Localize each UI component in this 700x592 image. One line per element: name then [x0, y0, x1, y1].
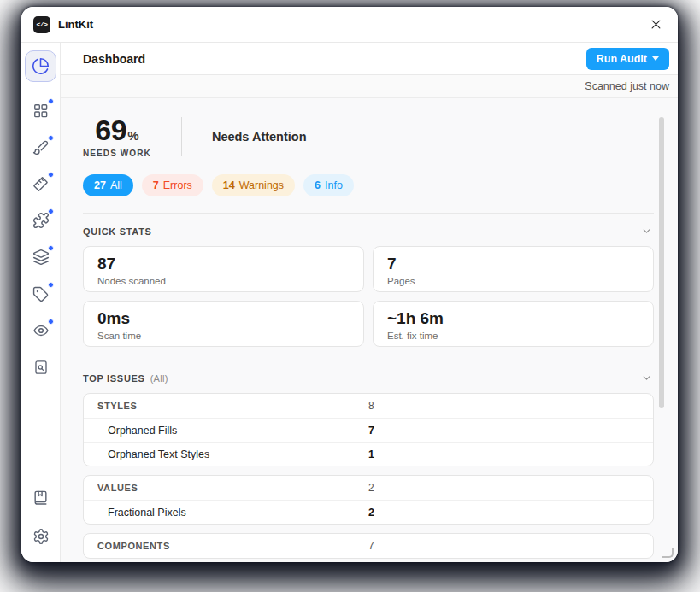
filter-all-pill[interactable]: 27 All — [83, 174, 133, 196]
attention-status: Needs Attention — [212, 130, 307, 144]
sidebar-item-components[interactable] — [31, 100, 51, 120]
vertical-divider — [181, 117, 182, 156]
chevron-down-icon[interactable] — [641, 372, 652, 384]
sidebar-item-plugins[interactable] — [31, 210, 51, 231]
app-title: LintKit — [58, 18, 93, 31]
notification-dot — [48, 319, 54, 325]
chevron-down-icon — [652, 56, 659, 61]
app-logo-code-icon: </> — [33, 16, 50, 33]
sidebar-item-tags[interactable] — [31, 284, 51, 304]
issue-item-row[interactable]: Orphaned Fills 7 — [84, 418, 653, 442]
layers-icon — [32, 249, 50, 266]
notification-dot — [48, 208, 54, 214]
category-count: 2 — [368, 482, 639, 494]
filter-info-label: Info — [325, 179, 343, 191]
book-icon — [32, 489, 49, 506]
filter-errors-pill[interactable]: 7 Errors — [142, 174, 203, 196]
score-block: 69 % NEEDS WORK — [83, 115, 151, 158]
issue-category-row[interactable]: COMPONENTS 7 — [84, 534, 653, 558]
canvas: </> LintKit — [0, 0, 700, 592]
stat-card-nodes: 87 Nodes scanned — [83, 246, 364, 292]
eye-icon — [32, 322, 50, 339]
sidebar-item-paint-styles[interactable] — [31, 137, 51, 157]
issue-item-row[interactable]: Orphaned Text Styles 1 — [84, 442, 653, 466]
issue-label: Fractional Pixels — [97, 507, 368, 519]
issue-group-values: VALUES 2 Fractional Pixels 2 — [83, 475, 654, 525]
quick-stats-title: QUICK STATS — [83, 226, 152, 237]
sidebar-divider — [30, 91, 52, 91]
sidebar — [21, 43, 61, 562]
pie-chart-icon — [32, 57, 50, 75]
top-issues-header[interactable]: TOP ISSUES (All) — [83, 360, 654, 393]
notification-dot — [48, 135, 54, 141]
issue-label: Orphaned Fills — [97, 425, 368, 437]
file-search-icon — [33, 360, 49, 375]
filter-info-pill[interactable]: 6 Info — [303, 174, 354, 196]
score-caption: NEEDS WORK — [83, 149, 151, 158]
score-line: 69 % — [95, 115, 138, 144]
score-percent-sign: % — [127, 128, 138, 143]
issue-count: 7 — [368, 425, 639, 437]
top-issues-title: TOP ISSUES — [83, 373, 145, 384]
resize-handle[interactable] — [662, 548, 674, 558]
filter-all-label: All — [110, 179, 122, 191]
score-row: 69 % NEEDS WORK Needs Attention — [83, 115, 654, 158]
sidebar-item-measurements[interactable] — [31, 173, 51, 194]
issue-count: 1 — [368, 448, 639, 460]
notification-dot — [48, 282, 54, 288]
stat-label: Est. fix time — [387, 331, 639, 341]
issue-category-row[interactable]: STYLES 8 — [84, 394, 653, 418]
tag-icon — [32, 286, 49, 302]
filter-errors-label: Errors — [163, 179, 192, 191]
category-label: VALUES — [97, 483, 368, 493]
filter-errors-count: 7 — [153, 179, 159, 191]
sidebar-item-settings[interactable] — [31, 526, 51, 547]
sidebar-footer-divider — [30, 478, 52, 478]
run-audit-button[interactable]: Run Audit — [586, 48, 669, 70]
paintbrush-icon — [32, 139, 49, 155]
scrollbar[interactable] — [659, 117, 664, 408]
filter-pills: 27 All 7 Errors 14 Warnings — [83, 174, 654, 196]
titlebar: </> LintKit — [21, 7, 678, 43]
sidebar-item-dashboard[interactable] — [25, 50, 56, 82]
category-count: 8 — [368, 400, 639, 412]
plugin-window: </> LintKit — [21, 7, 678, 562]
sidebar-item-docs[interactable] — [31, 487, 51, 507]
window-body: Dashboard Run Audit Scanned just now — [21, 43, 678, 562]
ruler-icon — [32, 176, 49, 192]
issue-count: 2 — [368, 507, 639, 519]
sidebar-item-layers[interactable] — [31, 247, 51, 267]
quick-stats-header[interactable]: QUICK STATS — [83, 213, 654, 246]
scroll-area[interactable]: 69 % NEEDS WORK Needs Attention 27 — [61, 98, 678, 562]
filter-all-count: 27 — [94, 179, 106, 191]
quick-stats-grid: 87 Nodes scanned 7 Pages 0ms Scan time — [83, 246, 654, 347]
stat-label: Nodes scanned — [97, 276, 350, 286]
filter-warnings-label: Warnings — [239, 179, 284, 191]
chevron-down-icon[interactable] — [641, 226, 652, 237]
close-icon[interactable] — [647, 16, 664, 33]
stat-label: Pages — [387, 276, 639, 286]
sidebar-item-file-audit[interactable] — [31, 357, 51, 378]
stat-card-pages: 7 Pages — [373, 246, 654, 292]
sidebar-item-visibility[interactable] — [31, 320, 51, 341]
stat-value: ~1h 6m — [387, 309, 639, 329]
puzzle-icon — [32, 212, 50, 229]
status-strip: Scanned just now — [61, 75, 678, 98]
notification-dot — [48, 172, 54, 178]
issue-group-styles: STYLES 8 Orphaned Fills 7 Orphaned Text … — [83, 393, 654, 466]
filter-warnings-count: 14 — [223, 179, 235, 191]
issue-item-row[interactable]: Fractional Pixels 2 — [84, 500, 653, 524]
issue-group-components: COMPONENTS 7 — [83, 533, 654, 559]
filter-warnings-pill[interactable]: 14 Warnings — [212, 174, 295, 196]
category-count: 7 — [368, 540, 639, 552]
category-label: COMPONENTS — [97, 541, 368, 551]
page-title: Dashboard — [83, 52, 145, 66]
scan-status-text: Scanned just now — [585, 80, 669, 92]
stat-value: 0ms — [97, 309, 350, 329]
notification-dot — [48, 98, 54, 104]
issue-category-row[interactable]: VALUES 2 — [84, 476, 653, 500]
run-audit-label: Run Audit — [597, 53, 647, 65]
notification-dot — [48, 245, 54, 251]
main-content: Dashboard Run Audit Scanned just now — [61, 43, 678, 562]
stat-value: 87 — [97, 255, 350, 274]
